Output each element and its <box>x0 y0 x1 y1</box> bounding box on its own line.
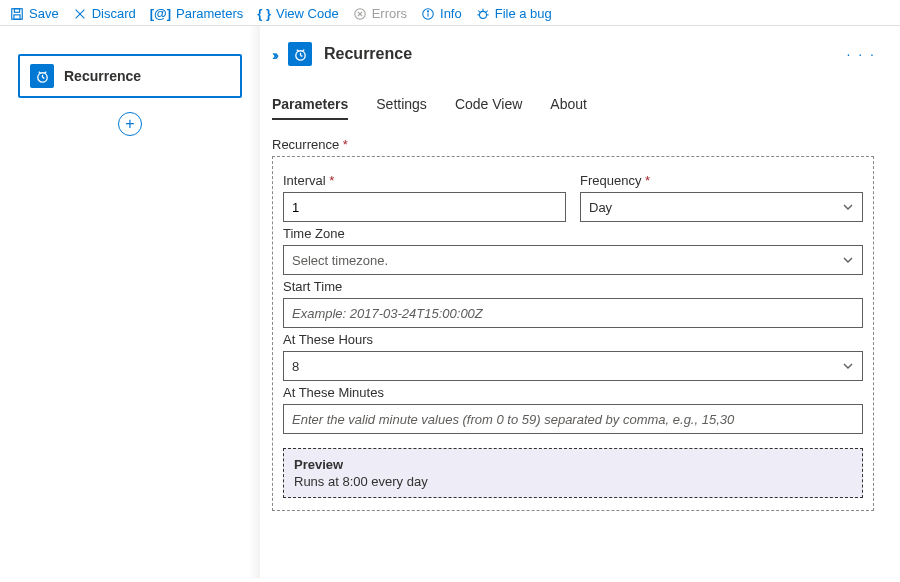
info-label: Info <box>440 6 462 21</box>
tab-code-view[interactable]: Code View <box>455 96 522 120</box>
svg-line-19 <box>42 77 44 78</box>
errors-label: Errors <box>372 6 407 21</box>
timezone-field: Time Zone Select timezone. <box>283 226 863 275</box>
clock-icon <box>288 42 312 66</box>
hours-value: 8 <box>292 359 299 374</box>
svg-line-25 <box>296 49 298 50</box>
discard-label: Discard <box>92 6 136 21</box>
save-button[interactable]: Save <box>10 6 59 21</box>
main: Recurrence + ›› Recurrence · · · Paramet… <box>0 26 900 578</box>
interval-field: Interval <box>283 169 566 222</box>
add-step-button[interactable]: + <box>118 112 142 136</box>
parameters-label: Parameters <box>176 6 243 21</box>
info-button[interactable]: Info <box>421 6 462 21</box>
frequency-label: Frequency <box>580 173 863 188</box>
section-recurrence-label: Recurrence <box>272 137 876 152</box>
file-bug-button[interactable]: File a bug <box>476 6 552 21</box>
starttime-field: Start Time <box>283 279 863 328</box>
frequency-field: Frequency Day <box>580 169 863 222</box>
plus-icon: + <box>125 116 134 132</box>
panel-title: Recurrence <box>324 45 412 63</box>
bug-icon <box>476 7 490 21</box>
preview-title: Preview <box>294 457 852 472</box>
starttime-label: Start Time <box>283 279 863 294</box>
tab-parameters[interactable]: Parameters <box>272 96 348 120</box>
panel-tabs: Parameters Settings Code View About <box>272 96 876 121</box>
designer-canvas: Recurrence + <box>0 26 260 578</box>
view-code-label: View Code <box>276 6 339 21</box>
chevron-down-icon <box>842 254 854 266</box>
tab-about[interactable]: About <box>550 96 587 120</box>
save-label: Save <box>29 6 59 21</box>
trigger-node-recurrence[interactable]: Recurrence <box>18 54 242 98</box>
tab-settings[interactable]: Settings <box>376 96 427 120</box>
node-title: Recurrence <box>64 68 141 84</box>
svg-line-24 <box>300 55 302 56</box>
preview-text: Runs at 8:00 every day <box>294 474 852 489</box>
add-step-wrap: + <box>18 112 242 136</box>
recurrence-box: Interval Frequency Day Time Zone Select … <box>272 156 874 511</box>
panel-header: ›› Recurrence · · · <box>264 42 876 66</box>
errors-button: Errors <box>353 6 407 21</box>
error-icon <box>353 7 367 21</box>
frequency-select[interactable]: Day <box>580 192 863 222</box>
svg-line-21 <box>44 71 46 72</box>
timezone-placeholder: Select timezone. <box>292 253 388 268</box>
hours-label: At These Hours <box>283 332 863 347</box>
svg-rect-1 <box>14 8 19 12</box>
toolbar: Save Discard [@] Parameters { } View Cod… <box>0 0 900 26</box>
info-icon <box>421 7 435 21</box>
interval-label: Interval <box>283 173 566 188</box>
parameters-icon: [@] <box>150 6 171 21</box>
details-panel: ›› Recurrence · · · Parameters Settings … <box>260 26 900 578</box>
chevron-down-icon <box>842 360 854 372</box>
interval-input[interactable] <box>283 192 566 222</box>
discard-button[interactable]: Discard <box>73 6 136 21</box>
svg-rect-2 <box>14 14 20 18</box>
frequency-value: Day <box>589 200 612 215</box>
x-icon <box>73 7 87 21</box>
timezone-label: Time Zone <box>283 226 863 241</box>
svg-line-26 <box>302 49 304 50</box>
save-icon <box>10 7 24 21</box>
collapse-button[interactable]: ›› <box>272 46 276 63</box>
svg-rect-0 <box>12 8 23 19</box>
minutes-field: At These Minutes <box>283 385 863 434</box>
minutes-input[interactable] <box>283 404 863 434</box>
starttime-input[interactable] <box>283 298 863 328</box>
hours-select[interactable]: 8 <box>283 351 863 381</box>
clock-icon <box>30 64 54 88</box>
preview-box: Preview Runs at 8:00 every day <box>283 448 863 498</box>
svg-point-11 <box>479 11 486 18</box>
code-icon: { } <box>257 6 271 21</box>
timezone-select[interactable]: Select timezone. <box>283 245 863 275</box>
minutes-label: At These Minutes <box>283 385 863 400</box>
svg-point-10 <box>428 10 429 11</box>
parameters-button[interactable]: [@] Parameters <box>150 6 244 21</box>
svg-line-13 <box>478 10 480 12</box>
svg-line-14 <box>486 10 488 12</box>
hours-field: At These Hours 8 <box>283 332 863 381</box>
more-menu-button[interactable]: · · · <box>847 46 876 62</box>
chevron-down-icon <box>842 201 854 213</box>
view-code-button[interactable]: { } View Code <box>257 6 338 21</box>
svg-line-20 <box>38 71 40 72</box>
file-bug-label: File a bug <box>495 6 552 21</box>
